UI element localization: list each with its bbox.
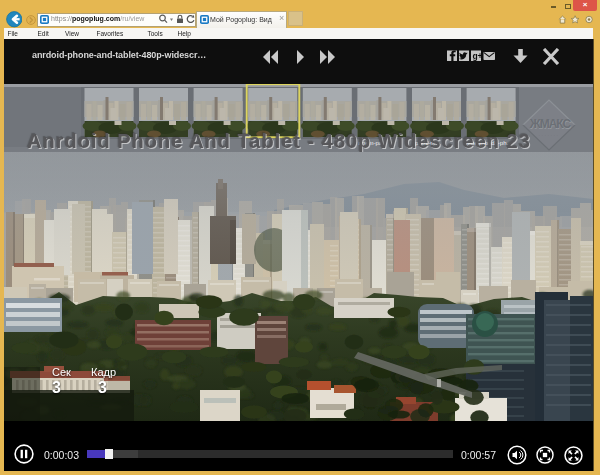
- svg-text:ЖМАКС: ЖМАКС: [529, 117, 572, 131]
- svg-text:·······: ·······: [539, 133, 560, 138]
- svg-text:g+: g+: [472, 51, 482, 61]
